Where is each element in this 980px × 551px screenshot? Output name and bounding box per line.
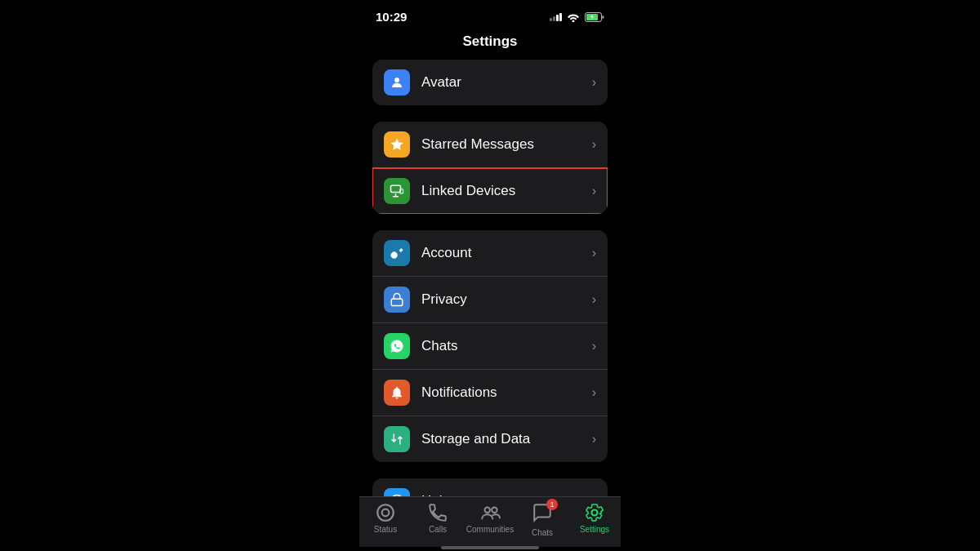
chats-chevron: ›	[592, 339, 596, 353]
time-display: 10:29	[376, 10, 407, 24]
notifications-icon-wrapper	[384, 380, 410, 406]
home-bar	[441, 546, 539, 549]
status-icons	[550, 12, 604, 22]
notifications-chevron: ›	[592, 385, 596, 400]
tab-communities[interactable]: Communities	[464, 502, 516, 537]
starred-chevron: ›	[592, 137, 596, 152]
status-tab-icon	[375, 502, 396, 523]
signal-icon	[550, 13, 562, 21]
help-icon-wrapper	[384, 488, 410, 496]
svg-point-11	[382, 509, 390, 517]
tab-settings[interactable]: Settings	[568, 502, 621, 537]
tab-calls[interactable]: Calls	[412, 502, 464, 537]
settings-group-starred-linked: Starred Messages › Linked Devices ›	[372, 122, 608, 214]
storage-data-label: Storage and Data	[421, 431, 592, 447]
status-bar: 10:29	[359, 0, 621, 27]
info-icon	[390, 494, 404, 496]
calls-tab-icon	[427, 502, 448, 523]
star-icon	[390, 137, 404, 152]
svg-point-2	[394, 78, 399, 82]
chats-tab-label: Chats	[532, 528, 553, 537]
chats-icon-wrapper	[384, 333, 410, 359]
phone-screen: 10:29 Settings	[359, 0, 621, 551]
chats-label: Chats	[421, 338, 592, 354]
account-chevron: ›	[592, 246, 596, 260]
notifications-label: Notifications	[421, 384, 592, 401]
settings-row-linked-devices[interactable]: Linked Devices ›	[372, 168, 608, 214]
calls-tab-label: Calls	[429, 525, 447, 534]
arrows-icon	[390, 432, 404, 447]
settings-row-storage-data[interactable]: Storage and Data ›	[372, 416, 608, 462]
monitor-icon	[390, 184, 404, 198]
account-label: Account	[421, 245, 592, 261]
svg-point-7	[391, 495, 403, 497]
privacy-label: Privacy	[421, 291, 592, 308]
linked-devices-chevron: ›	[592, 184, 596, 198]
settings-row-help[interactable]: Help ›	[372, 478, 608, 496]
svg-point-12	[485, 508, 491, 513]
communities-tab-icon	[479, 502, 501, 523]
svg-rect-4	[400, 189, 403, 193]
content-scroll[interactable]: Avatar › Starred Messages ›	[359, 60, 621, 496]
chats-badge: 1	[546, 499, 558, 510]
privacy-icon-wrapper	[384, 287, 410, 313]
settings-row-privacy[interactable]: Privacy ›	[372, 277, 608, 323]
svg-rect-6	[391, 299, 403, 305]
tab-status[interactable]: Status	[359, 502, 412, 537]
settings-group-help: Help › Tell a Friend ›	[372, 478, 608, 496]
chats-tab-badge-wrapper: 1	[532, 502, 553, 527]
key-icon	[390, 246, 404, 260]
avatar-icon-wrapper	[384, 69, 410, 96]
tab-chats[interactable]: 1 Chats	[516, 502, 568, 537]
settings-group-main: Account › Privacy › C	[372, 230, 608, 462]
svg-point-13	[492, 508, 497, 513]
svg-point-10	[377, 504, 394, 521]
account-icon-wrapper	[384, 240, 410, 266]
battery-icon	[585, 12, 604, 22]
storage-icon-wrapper	[384, 426, 410, 452]
privacy-chevron: ›	[592, 292, 596, 307]
bell-icon	[390, 385, 404, 400]
lock-icon	[390, 292, 404, 307]
svg-point-5	[394, 255, 395, 256]
linked-devices-icon-wrapper	[384, 178, 410, 204]
settings-group-avatar: Avatar ›	[372, 60, 608, 105]
avatar-icon	[390, 75, 404, 90]
settings-row-notifications[interactable]: Notifications ›	[372, 370, 608, 416]
starred-messages-label: Starred Messages	[421, 136, 592, 153]
wifi-icon	[567, 12, 580, 22]
tab-bar: Status Calls Communities 1	[359, 496, 621, 547]
settings-row-starred-messages[interactable]: Starred Messages ›	[372, 122, 608, 168]
settings-row-account[interactable]: Account ›	[372, 230, 608, 277]
settings-row-avatar[interactable]: Avatar ›	[372, 60, 608, 105]
page-title: Settings	[359, 27, 621, 60]
home-indicator	[359, 547, 621, 551]
help-label: Help	[421, 493, 592, 496]
settings-tab-icon	[584, 502, 605, 523]
linked-devices-label: Linked Devices	[421, 183, 592, 199]
communities-tab-label: Communities	[466, 525, 514, 534]
storage-chevron: ›	[592, 432, 596, 447]
status-tab-label: Status	[374, 525, 397, 534]
svg-rect-3	[391, 185, 401, 192]
avatar-label: Avatar	[421, 74, 592, 91]
settings-tab-label: Settings	[580, 525, 609, 534]
whatsapp-icon	[390, 339, 404, 353]
starred-icon-wrapper	[384, 131, 410, 158]
avatar-chevron: ›	[592, 75, 596, 90]
help-chevron: ›	[592, 494, 596, 496]
settings-row-chats[interactable]: Chats ›	[372, 323, 608, 370]
svg-point-14	[592, 510, 598, 516]
